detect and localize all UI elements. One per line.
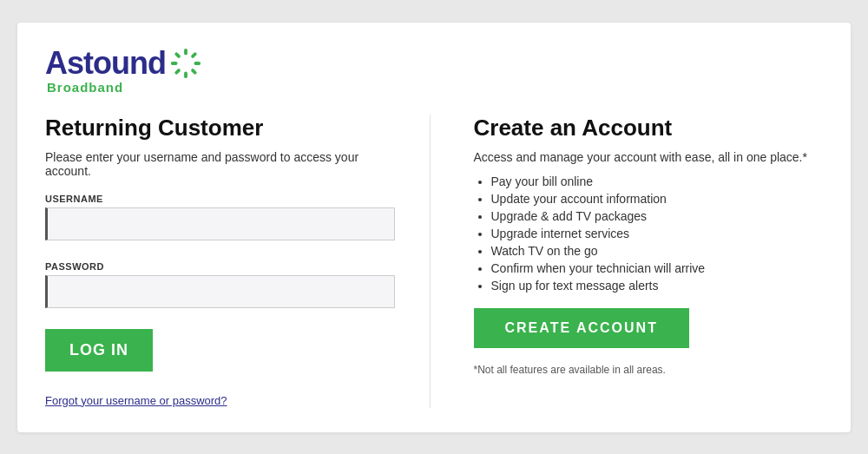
logo-area: Astound (45, 47, 823, 95)
svg-rect-1 (190, 51, 197, 58)
login-button-area: LOG IN (45, 329, 395, 384)
main-card: Astound (17, 23, 851, 432)
svg-rect-6 (171, 62, 178, 65)
svg-rect-4 (184, 71, 187, 78)
svg-rect-0 (184, 48, 187, 55)
list-item: Confirm when your technician will arrive (491, 261, 824, 275)
page-container: Astound (0, 0, 868, 454)
password-input[interactable] (45, 275, 395, 308)
list-item: Upgrade internet services (491, 227, 824, 240)
forgot-link[interactable]: Forgot your username or password? (45, 394, 227, 407)
username-label: USERNAME (45, 194, 395, 204)
brand-name: Astound (45, 48, 166, 79)
disclaimer-text: *Not all features are available in all a… (474, 364, 824, 376)
list-item: Watch TV on the go (491, 244, 824, 258)
password-label: PASSWORD (45, 261, 395, 272)
logo-row: Astound (45, 47, 823, 80)
svg-rect-2 (194, 62, 201, 65)
login-button[interactable]: LOG IN (45, 329, 153, 372)
returning-customer-section: Returning Customer Please enter your use… (45, 115, 431, 408)
returning-customer-title: Returning Customer (45, 115, 395, 141)
broadband-label: Broadband (45, 80, 823, 95)
svg-rect-3 (190, 68, 197, 75)
create-account-subtitle: Access and manage your account with ease… (474, 150, 824, 164)
returning-customer-subtitle: Please enter your username and password … (45, 150, 395, 178)
password-field-group: PASSWORD (45, 261, 395, 322)
create-account-title: Create an Account (474, 115, 824, 141)
create-account-section: Create an Account Access and manage your… (465, 115, 824, 408)
broadband-text: Broadband (47, 80, 123, 95)
svg-rect-7 (174, 51, 181, 58)
sunburst-icon (169, 47, 202, 80)
list-item: Update your account information (491, 192, 824, 206)
list-item: Sign up for text message alerts (491, 279, 824, 293)
features-list: Pay your bill online Update your account… (474, 174, 824, 293)
username-field-group: USERNAME (45, 194, 395, 254)
two-col-layout: Returning Customer Please enter your use… (45, 115, 823, 408)
list-item: Pay your bill online (491, 174, 824, 188)
svg-rect-5 (174, 68, 181, 75)
list-item: Upgrade & add TV packages (491, 209, 824, 223)
create-button-area: CREATE ACCOUNT (474, 296, 824, 359)
username-input[interactable] (45, 207, 395, 240)
forgot-link-area: Forgot your username or password? (45, 392, 395, 408)
create-account-button[interactable]: CREATE ACCOUNT (474, 308, 689, 348)
